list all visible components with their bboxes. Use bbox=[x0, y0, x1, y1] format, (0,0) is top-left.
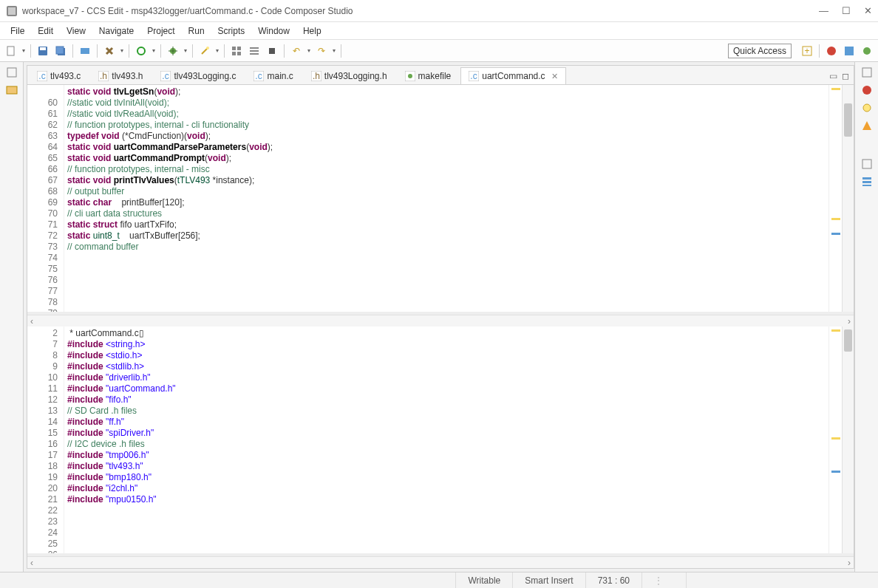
editor-tab-tlv493-h[interactable]: .htlv493.h bbox=[90, 67, 151, 84]
restore-right-icon[interactable] bbox=[861, 66, 873, 78]
forward-button[interactable]: ↷ bbox=[313, 43, 330, 59]
svg-text:.c: .c bbox=[471, 71, 477, 81]
svg-text:.c: .c bbox=[256, 71, 262, 81]
close-button[interactable]: ✕ bbox=[864, 5, 872, 16]
editor-tab-uartCommand-c[interactable]: .cuartCommand.c✕ bbox=[460, 67, 565, 84]
overview-ruler-bottom[interactable] bbox=[828, 327, 842, 553]
svg-point-26 bbox=[863, 47, 871, 55]
svg-rect-4 bbox=[40, 47, 46, 50]
build-button[interactable] bbox=[101, 43, 118, 59]
editor-tabs: .ctlv493.c.htlv493.h.ctlv493Logging.c.cm… bbox=[27, 66, 854, 85]
tab-label: main.c bbox=[267, 71, 293, 81]
svg-rect-15 bbox=[237, 47, 241, 50]
menu-edit[interactable]: Edit bbox=[32, 24, 59, 38]
perspective-switcher: + bbox=[799, 43, 875, 59]
stop-icon[interactable] bbox=[823, 43, 840, 59]
refresh-button[interactable] bbox=[133, 43, 149, 59]
toolbar: ▾ ▾ ▾ ▾ ▾ ↶▾ ↷▾ Quick Access + bbox=[0, 40, 878, 62]
svg-rect-21 bbox=[269, 48, 275, 54]
split-editor: 6061626364656667686970717273747576777879… bbox=[27, 85, 854, 568]
save-button[interactable] bbox=[35, 43, 51, 59]
svg-text:.c: .c bbox=[163, 71, 169, 81]
build-dropdown[interactable]: ▾ bbox=[119, 47, 125, 54]
svg-rect-1 bbox=[8, 7, 16, 15]
svg-rect-18 bbox=[250, 47, 259, 49]
svg-text:.h: .h bbox=[313, 71, 320, 81]
back-button[interactable]: ↶ bbox=[288, 43, 304, 59]
maximize-view-icon[interactable]: ◻ bbox=[842, 71, 849, 81]
statusbar: Writable Smart Insert 731 : 60 ⋮ bbox=[0, 572, 878, 588]
editor-tab-main-c[interactable]: .cmain.c bbox=[245, 67, 301, 84]
vscrollbar-bottom[interactable] bbox=[842, 327, 854, 553]
wand-button[interactable] bbox=[197, 43, 213, 59]
window-title: workspace_v7 - CCS Edit - msp432logger/u… bbox=[22, 6, 819, 16]
grid-button[interactable] bbox=[228, 43, 245, 59]
svg-rect-17 bbox=[237, 52, 241, 55]
file-icon: .c bbox=[469, 71, 479, 81]
menu-project[interactable]: Project bbox=[141, 24, 180, 38]
editor-tab-tlv493Logging-c[interactable]: .ctlv493Logging.c bbox=[152, 67, 244, 84]
svg-point-8 bbox=[137, 47, 145, 55]
svg-point-40 bbox=[408, 74, 412, 78]
svg-point-45 bbox=[863, 104, 871, 112]
editor-tab-makefile[interactable]: makefile bbox=[397, 67, 460, 84]
overview-ruler-top[interactable] bbox=[828, 85, 842, 312]
svg-rect-48 bbox=[862, 181, 871, 183]
tab-label: tlv493.c bbox=[50, 71, 81, 81]
svg-point-24 bbox=[827, 47, 836, 55]
minimize-button[interactable]: — bbox=[819, 5, 828, 16]
code-area-bottom[interactable]: + * uartCommand.c▯#include <string.h>#in… bbox=[64, 327, 828, 553]
getting-started-icon[interactable] bbox=[861, 120, 873, 131]
menu-run[interactable]: Run bbox=[183, 24, 211, 38]
project-explorer-icon[interactable] bbox=[6, 84, 18, 96]
svg-text:.c: .c bbox=[38, 71, 45, 81]
list-button[interactable] bbox=[246, 43, 262, 59]
minimize-view-icon[interactable]: ▭ bbox=[829, 71, 837, 81]
left-trim bbox=[0, 62, 24, 572]
main-area: .ctlv493.c.htlv493.h.ctlv493Logging.c.cm… bbox=[0, 62, 878, 572]
ccs-edit-perspective[interactable] bbox=[841, 43, 857, 59]
debug-button[interactable] bbox=[165, 43, 181, 59]
toggle-breakpoint-button[interactable] bbox=[77, 43, 93, 59]
menu-scripts[interactable]: Scripts bbox=[212, 24, 251, 38]
chip-button[interactable] bbox=[264, 43, 280, 59]
new-dropdown[interactable]: ▾ bbox=[21, 47, 27, 54]
right-trim bbox=[854, 62, 878, 572]
svg-rect-16 bbox=[232, 52, 236, 55]
editor-region: .ctlv493.c.htlv493.h.ctlv493Logging.c.cm… bbox=[27, 65, 854, 569]
svg-rect-46 bbox=[862, 160, 871, 168]
menu-help[interactable]: Help bbox=[297, 24, 327, 38]
svg-text:.h: .h bbox=[100, 71, 107, 81]
editor-pane-top: 6061626364656667686970717273747576777879… bbox=[27, 85, 854, 315]
app-icon bbox=[6, 5, 18, 17]
restore-right2-icon[interactable] bbox=[861, 158, 873, 170]
restore-icon[interactable] bbox=[6, 66, 18, 78]
svg-rect-20 bbox=[250, 53, 259, 55]
debug-perspective[interactable] bbox=[859, 43, 875, 59]
menu-window[interactable]: Window bbox=[252, 24, 296, 38]
status-writable: Writable bbox=[455, 572, 512, 588]
editor-tab-tlv493Logging-h[interactable]: .htlv493Logging.h bbox=[303, 67, 395, 84]
advice-icon[interactable] bbox=[861, 102, 873, 114]
line-gutter-bottom: 27891011121314151617181920212223242526 bbox=[27, 327, 64, 553]
open-perspective-button[interactable]: + bbox=[799, 43, 815, 59]
hscrollbar-top[interactable]: ‹› bbox=[27, 315, 854, 327]
file-icon: .h bbox=[311, 71, 321, 81]
vscrollbar-top[interactable] bbox=[842, 85, 854, 312]
save-all-button[interactable] bbox=[52, 43, 69, 59]
menu-view[interactable]: View bbox=[61, 24, 92, 38]
quick-access-field[interactable]: Quick Access bbox=[728, 44, 792, 58]
target-config-icon[interactable] bbox=[861, 84, 873, 96]
tab-close-icon[interactable]: ✕ bbox=[551, 72, 558, 81]
menu-navigate[interactable]: Navigate bbox=[93, 24, 140, 38]
code-area-top[interactable]: static void tlvLgetSn(void);+//static vo… bbox=[64, 85, 828, 312]
new-button[interactable] bbox=[3, 43, 19, 59]
svg-rect-43 bbox=[862, 68, 871, 77]
maximize-button[interactable]: ☐ bbox=[842, 5, 851, 16]
hscrollbar-bottom[interactable]: ‹› bbox=[27, 556, 854, 568]
tab-label: tlv493.h bbox=[112, 71, 143, 81]
menu-file[interactable]: File bbox=[4, 24, 30, 38]
svg-rect-19 bbox=[250, 50, 259, 52]
outline-icon[interactable] bbox=[861, 176, 873, 188]
editor-tab-tlv493-c[interactable]: .ctlv493.c bbox=[29, 67, 89, 84]
